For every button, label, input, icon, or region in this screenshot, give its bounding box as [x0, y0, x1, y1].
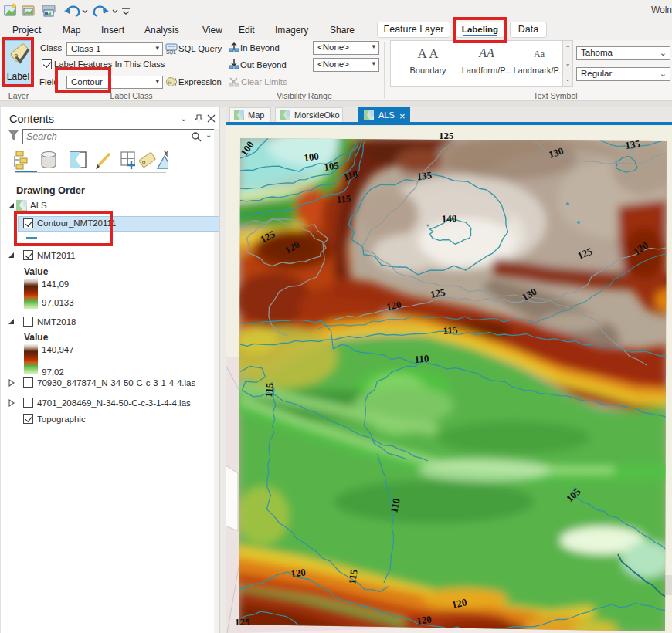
svg-text:120: 120	[416, 613, 432, 627]
svg-text:135: 135	[416, 169, 433, 182]
svg-text:115: 115	[336, 192, 352, 205]
svg-text:110: 110	[414, 352, 429, 365]
svg-text:115: 115	[263, 382, 276, 398]
svg-text:135: 135	[624, 137, 641, 151]
svg-text:105: 105	[323, 159, 340, 173]
svg-text:115: 115	[346, 568, 360, 584]
svg-text:125: 125	[235, 616, 250, 628]
svg-text:fx: fx	[168, 80, 173, 86]
svg-text:140: 140	[441, 212, 456, 225]
svg-text:115: 115	[443, 323, 459, 337]
svg-text:125: 125	[439, 130, 454, 141]
svg-text:SQL: SQL	[166, 49, 176, 55]
svg-text:100: 100	[303, 150, 319, 164]
svg-text:120: 120	[290, 566, 306, 580]
